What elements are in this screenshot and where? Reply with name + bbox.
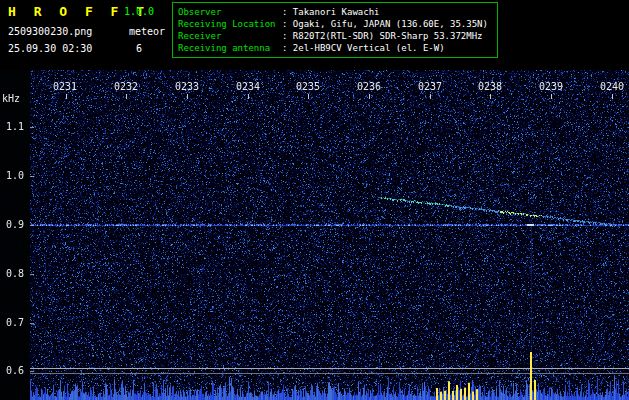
info-label: Receiver: [178, 30, 282, 42]
info-separator: :: [282, 31, 287, 41]
time-tick-label: 0232: [111, 81, 141, 92]
info-separator: :: [282, 7, 287, 17]
header: H R O F F T 1.0.0 2509300230.png meteor …: [0, 0, 629, 70]
info-row-location: Receiving Location: Ogaki, Gifu, JAPAN (…: [178, 18, 492, 30]
freq-tick-label: 0.8: [2, 268, 24, 279]
output-filename: 2509300230.png: [8, 26, 92, 37]
freq-tick-label: 0.9: [2, 219, 24, 230]
freq-tick-label: 0.6: [2, 365, 24, 376]
info-label: Receiving Location: [178, 18, 282, 30]
info-separator: :: [282, 19, 287, 29]
spectrogram-panel: kHz 0231 0232 0233 0234 0235 0236 0237 0…: [0, 70, 629, 400]
echo-count: 6: [136, 43, 142, 54]
info-value: R820T2(RTL-SDR) SDR-Sharp 53.372MHz: [293, 31, 483, 41]
time-tick-label: 0233: [172, 81, 202, 92]
time-tick-label: 0235: [293, 81, 323, 92]
freq-tick-label: 0.7: [2, 317, 24, 328]
time-tick-label: 0237: [415, 81, 445, 92]
info-row-observer: Observer: Takanori Kawachi: [178, 6, 492, 18]
time-tick-label: 0240: [597, 81, 627, 92]
time-tick-label: 0236: [354, 81, 384, 92]
info-label: Receiving antenna: [178, 42, 282, 54]
info-row-receiver: Receiver: R820T2(RTL-SDR) SDR-Sharp 53.3…: [178, 30, 492, 42]
timestamp: 25.09.30 02:30: [8, 43, 92, 54]
info-value: Takanori Kawachi: [293, 7, 380, 17]
info-value: Ogaki, Gifu, JAPAN (136.60E, 35.35N): [293, 19, 488, 29]
info-value: 2el-HB9CV Vertical (el. E-W): [293, 43, 445, 53]
info-separator: :: [282, 43, 287, 53]
station-info-panel: Observer: Takanori Kawachi Receiving Loc…: [172, 2, 498, 58]
time-tick-label: 0234: [233, 81, 263, 92]
spectrogram-canvas: [0, 70, 629, 400]
freq-tick-label: 1.1: [2, 121, 24, 132]
app-version: 1.0.0: [124, 6, 154, 17]
time-tick-label: 0239: [536, 81, 566, 92]
time-tick-label: 0231: [50, 81, 80, 92]
mode-label: meteor: [129, 26, 165, 37]
freq-unit-label: kHz: [2, 93, 20, 104]
info-label: Observer: [178, 6, 282, 18]
time-tick-label: 0238: [475, 81, 505, 92]
freq-tick-label: 1.0: [2, 170, 24, 181]
info-row-antenna: Receiving antenna: 2el-HB9CV Vertical (e…: [178, 42, 492, 54]
